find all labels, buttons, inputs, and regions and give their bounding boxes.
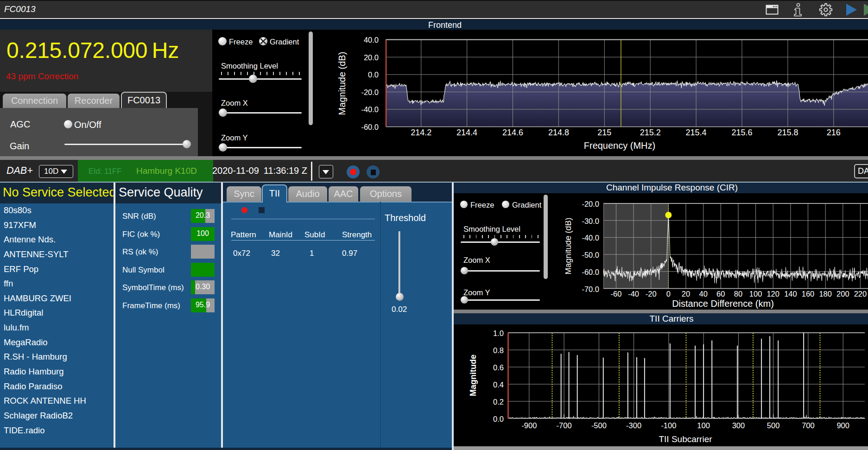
svg-text:0.2: 0.2 [493,398,504,406]
svg-text:TII Subcarrier: TII Subcarrier [659,434,712,444]
svg-text:160: 160 [802,290,815,298]
svg-text:200: 200 [836,290,849,298]
svg-text:20.0: 20.0 [364,53,379,62]
svg-text:-70.0: -70.0 [582,285,599,293]
svg-text:-40.0: -40.0 [361,105,379,114]
svg-text:0: 0 [666,290,671,298]
svg-text:-700: -700 [557,421,572,430]
svg-text:Frequency (MHz): Frequency (MHz) [584,140,655,151]
svg-text:-50.0: -50.0 [582,251,599,259]
svg-text:215.8: 215.8 [777,128,798,137]
svg-text:Distance Difference (km): Distance Difference (km) [672,298,774,309]
svg-text:20: 20 [682,290,690,298]
svg-text:-60.0: -60.0 [361,123,379,131]
svg-text:0.4: 0.4 [493,380,504,389]
svg-text:500: 500 [767,421,780,430]
svg-text:120: 120 [767,290,779,298]
svg-text:-30.0: -30.0 [582,217,599,225]
svg-text:80: 80 [734,290,742,298]
svg-text:-60: -60 [611,290,622,298]
svg-text:900: 900 [836,421,849,430]
svg-text:-500: -500 [591,421,607,430]
svg-text:1.0: 1.0 [493,329,504,337]
svg-text:60: 60 [716,290,725,298]
svg-text:Magnitude: Magnitude [469,355,478,396]
svg-text:215.6: 215.6 [731,128,752,137]
svg-text:-40.0: -40.0 [582,234,599,242]
svg-text:214.6: 214.6 [502,128,523,137]
svg-text:214.2: 214.2 [411,128,431,137]
svg-text:0.8: 0.8 [493,346,504,355]
svg-text:0.0: 0.0 [493,415,504,423]
svg-text:700: 700 [802,421,815,430]
svg-text:300: 300 [732,421,745,430]
svg-text:40.0: 40.0 [364,36,379,44]
svg-text:0.6: 0.6 [493,363,504,372]
svg-text:-300: -300 [626,421,641,430]
svg-text:140: 140 [784,290,797,298]
svg-text:40: 40 [699,290,708,298]
svg-text:180: 180 [819,290,832,298]
svg-text:-100: -100 [661,421,676,430]
svg-text:-20: -20 [646,290,657,298]
svg-text:Magnitude (dB): Magnitude (dB) [565,217,573,274]
svg-text:-40: -40 [628,290,639,298]
svg-text:214.8: 214.8 [548,128,569,137]
svg-text:-20.0: -20.0 [582,200,599,208]
svg-text:100: 100 [749,290,762,298]
svg-text:215.2: 215.2 [640,128,661,137]
svg-text:Magnitude (dB): Magnitude (dB) [337,52,347,115]
svg-text:215: 215 [597,128,611,137]
svg-text:-20.0: -20.0 [361,88,379,96]
svg-text:-60.0: -60.0 [582,268,599,276]
svg-text:214.4: 214.4 [456,128,477,137]
svg-text:215.4: 215.4 [686,128,707,137]
svg-text:100: 100 [697,421,710,430]
svg-text:216: 216 [827,128,841,137]
svg-text:-900: -900 [521,421,537,430]
svg-text:0.0: 0.0 [368,70,379,79]
svg-text:220: 220 [854,290,867,298]
